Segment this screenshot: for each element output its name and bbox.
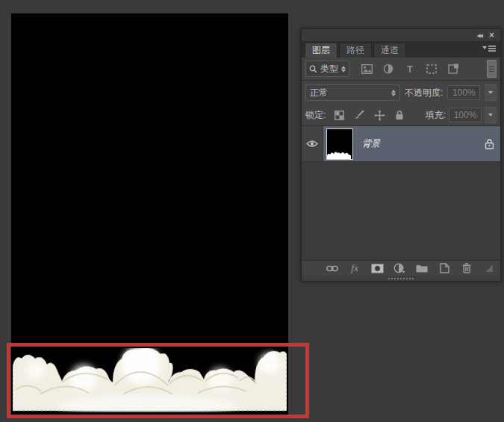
lock-position-move-icon[interactable]	[373, 108, 386, 122]
new-group-folder-icon[interactable]	[415, 261, 429, 275]
opacity-value[interactable]: 100%	[447, 85, 480, 100]
panel-tabs: 图层 路径 通道	[302, 41, 500, 58]
tab-paths[interactable]: 路径	[339, 43, 372, 58]
link-layers-icon[interactable]	[326, 261, 339, 275]
add-layer-mask-icon[interactable]	[370, 261, 384, 275]
lock-pixels-brush-icon[interactable]	[352, 108, 366, 122]
fill-dropdown-button[interactable]	[485, 107, 497, 123]
panel-titlebar: ◀◀ ×	[302, 29, 500, 41]
tab-layers[interactable]: 图层	[305, 43, 337, 58]
layer-row-body[interactable]: 背景	[323, 126, 500, 161]
layer-list: 背景	[302, 126, 500, 260]
layer-styles-fx-icon[interactable]: fx	[348, 261, 361, 275]
layer-name: 背景	[362, 137, 476, 150]
new-layer-icon[interactable]	[438, 261, 451, 275]
filter-kind-label: 类型	[320, 63, 338, 75]
adjustment-layer-icon[interactable]	[393, 261, 406, 275]
filter-toggle-switch[interactable]	[487, 60, 497, 78]
opacity-label: 不透明度:	[405, 87, 443, 99]
chevron-updown-icon	[391, 90, 396, 96]
panel-resize-grip-icon[interactable]	[482, 261, 496, 275]
layer-thumbnail[interactable]	[326, 128, 353, 160]
collapse-panel-icon[interactable]: ◀◀	[476, 33, 482, 38]
thumbnail-cloud-art	[327, 150, 351, 159]
close-panel-icon[interactable]: ×	[489, 31, 494, 40]
blend-mode-row: 正常 不透明度: 100%	[302, 81, 500, 105]
blend-mode-value: 正常	[310, 87, 328, 99]
filter-row: 类型 T	[302, 58, 500, 81]
blend-mode-dropdown[interactable]: 正常	[305, 84, 400, 101]
lock-icon	[485, 138, 494, 149]
eye-icon	[306, 140, 318, 148]
drag-handle-dots-icon	[388, 278, 414, 279]
photoshop-workspace: ◀◀ × 图层 路径 通道 类型	[0, 0, 504, 422]
fill-value[interactable]: 100%	[449, 108, 482, 122]
annotation-rectangle	[7, 343, 309, 418]
filter-adjustment-layers-icon[interactable]	[382, 62, 395, 75]
delete-layer-trash-icon[interactable]	[460, 261, 473, 275]
search-icon	[309, 65, 317, 73]
panel-menu-icon[interactable]	[482, 44, 496, 53]
tab-channels[interactable]: 通道	[373, 43, 406, 58]
lock-all-icon[interactable]	[393, 108, 406, 122]
chevron-updown-icon	[341, 66, 346, 72]
opacity-dropdown-button[interactable]	[485, 84, 497, 101]
lock-row: 锁定: 填充: 100%	[302, 105, 500, 126]
layer-row-background[interactable]: 背景	[302, 126, 500, 162]
fill-label: 填充:	[426, 109, 446, 122]
filter-smart-objects-icon[interactable]	[447, 62, 460, 75]
lock-transparency-icon[interactable]	[332, 108, 346, 122]
layer-locked-badge	[485, 138, 494, 149]
visibility-toggle[interactable]	[302, 126, 323, 161]
filter-shape-layers-icon[interactable]	[425, 62, 438, 75]
panel-bottom-toolbar: fx	[302, 260, 500, 276]
panel-drag-strip[interactable]	[302, 276, 500, 281]
filter-type-layers-icon[interactable]: T	[403, 62, 417, 75]
filter-pixel-layers-icon[interactable]	[360, 62, 373, 75]
lock-label: 锁定:	[305, 109, 326, 122]
layers-panel: ◀◀ × 图层 路径 通道 类型	[301, 28, 501, 282]
filter-kind-dropdown[interactable]: 类型	[305, 60, 349, 77]
